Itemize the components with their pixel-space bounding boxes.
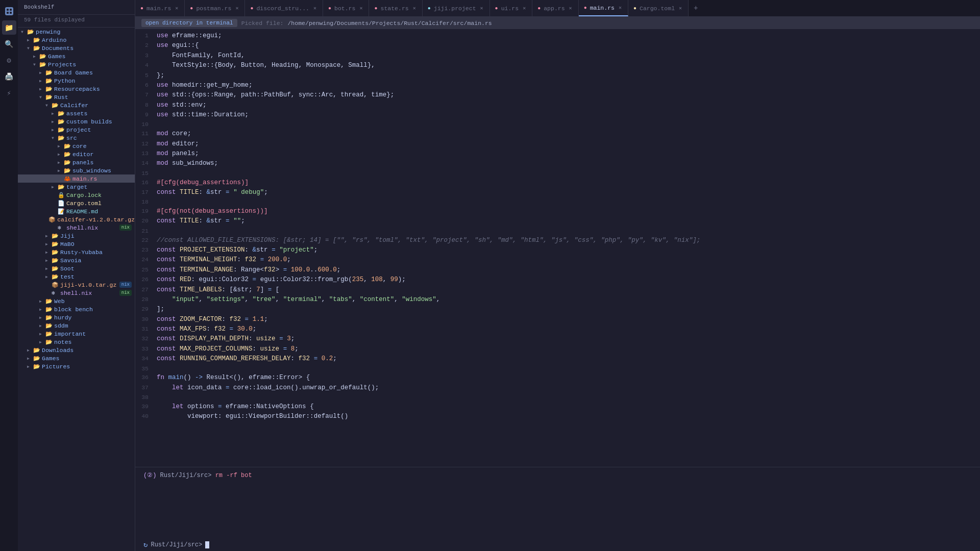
tree-item-editor[interactable]: ▶ 📂 editor	[18, 150, 135, 158]
tree-item-label: Soot	[60, 265, 75, 272]
tree-item-web[interactable]: ▶ 📂 Web	[18, 297, 135, 305]
tab-jiji-project[interactable]: ● jiji.project ✕	[423, 0, 490, 16]
tree-item-calcifer-v1.2.0.tar.gz[interactable]: 📦 calcifer-v1.2.0.tar.gz	[18, 215, 135, 223]
tree-item-rusty-yubaba[interactable]: ▶ 📂 Rusty-Yubaba	[18, 248, 135, 256]
tree-item-pictures[interactable]: ▶ 📂 Pictures	[18, 362, 135, 370]
tree-item-custom-builds[interactable]: ▶ 📂 custom builds	[18, 117, 135, 126]
tree-item-readme.md[interactable]: 📝 README.md	[18, 207, 135, 215]
tab-state-rs[interactable]: ● state.rs ✕	[369, 0, 422, 16]
tree-arrow: ▶	[33, 54, 39, 59]
tab-close-button[interactable]: ✕	[618, 4, 623, 11]
tree-item-sub_windows[interactable]: ▶ 📂 sub_windows	[18, 166, 135, 174]
line-number: 12	[135, 139, 157, 148]
tree-item-downloads[interactable]: ▶ 📂 Downloads	[18, 346, 135, 354]
tree-item-cargo.lock[interactable]: 🔒 Cargo.lock	[18, 191, 135, 199]
tab-close-button[interactable]: ✕	[174, 5, 179, 12]
tree-item-main.rs[interactable]: 🦀 main.rs	[18, 174, 135, 183]
tree-item-rust[interactable]: ▼ 📂 Rust	[18, 93, 135, 101]
tree-item-icon: 📂	[45, 322, 53, 329]
tree-item-projects[interactable]: ▼ 📂 Projects	[18, 60, 135, 68]
tree-item-calcifer[interactable]: ▼ 📂 Calcifer	[18, 101, 135, 109]
tab-main-rs-1[interactable]: ● main.rs ✕	[135, 0, 185, 16]
tree-item-python[interactable]: ▶ 📂 Python	[18, 77, 135, 85]
code-content: let icon_data = core::load_icon().unwrap…	[157, 383, 980, 393]
tree-item-arduino[interactable]: ▶ 📂 Arduino	[18, 36, 135, 44]
tree-item-label: Projects	[48, 61, 76, 68]
tree-item-icon: 📄	[58, 200, 65, 207]
tab-main-rs-2[interactable]: ● main.rs ✕	[579, 0, 628, 16]
tree-item-mabo[interactable]: ▶ 📂 MaBO	[18, 240, 135, 248]
tree-item-soot[interactable]: ▶ 📂 Soot	[18, 264, 135, 272]
tree-item-icon: 🦀	[64, 176, 71, 182]
tree-item-documents[interactable]: ▼ 📂 Documents	[18, 44, 135, 52]
file-badge: nix	[119, 290, 132, 296]
tree-item-hurdy[interactable]: ▶ 📂 hurdy	[18, 313, 135, 321]
tab-close-button[interactable]: ✕	[234, 5, 239, 12]
tree-item-important[interactable]: ▶ 📂 important	[18, 330, 135, 338]
tab-cargo-toml[interactable]: ● Cargo.toml ✕	[628, 0, 689, 16]
code-content: ];	[157, 305, 980, 314]
tree-item-target[interactable]: ▶ 📂 target	[18, 183, 135, 191]
tree-item-project[interactable]: ▶ 📂 project	[18, 126, 135, 134]
code-content: use std::env;	[157, 101, 980, 110]
tree-item-label: Documents	[42, 45, 74, 52]
tree-item-icon: 📂	[39, 53, 46, 60]
tab-close-button[interactable]: ✕	[358, 5, 363, 12]
tab-close-button[interactable]: ✕	[312, 5, 317, 12]
tree-item-icon: 📂	[52, 257, 59, 264]
tree-item-games[interactable]: ▶ 📂 Games	[18, 52, 135, 60]
tree-item-cargo.toml[interactable]: 📄 Cargo.toml	[18, 199, 135, 207]
info-bar: open directory in terminal Picked file: …	[135, 17, 980, 29]
line-number: 23	[135, 245, 157, 255]
tree-item-icon: 📂	[45, 339, 53, 345]
tree-item-board-games[interactable]: ▶ 📂 Board Games	[18, 68, 135, 77]
tree-item-icon: 📂	[45, 298, 53, 305]
tab-close-button[interactable]: ✕	[678, 5, 683, 12]
tree-item-notes[interactable]: ▶ 📂 notes	[18, 338, 135, 346]
tab-bot-rs[interactable]: ● bot.rs ✕	[323, 0, 369, 16]
tab-ui-rs[interactable]: ● ui.rs ✕	[490, 0, 533, 16]
tree-item-icon: 📂	[52, 265, 59, 272]
tree-arrow: ▶	[58, 152, 64, 157]
tree-item-icon: 📂	[45, 69, 53, 76]
tree-item-savoia[interactable]: ▶ 📂 Savoia	[18, 256, 135, 264]
tree-item-panels[interactable]: ▶ 📂 panels	[18, 158, 135, 166]
tree-item-games[interactable]: ▶ 📂 Games	[18, 354, 135, 362]
tree-item-icon: 📝	[58, 208, 65, 215]
line-number: 39	[135, 402, 157, 411]
tree-item-penwing[interactable]: ▼ 📂 penwing	[18, 28, 135, 36]
tree-item-shell.nix[interactable]: ❄️ shell.nix nix	[18, 289, 135, 297]
tree-item-jiji[interactable]: ▶ 📂 Jiji	[18, 232, 135, 240]
tab-app-rs[interactable]: ● app.rs ✕	[532, 0, 578, 16]
activity-search-icon[interactable]: 🔍	[2, 37, 16, 51]
line-number: 14	[135, 159, 157, 168]
tree-arrow: ▶	[58, 160, 64, 165]
tree-item-jiji-v1.0.tar.gz[interactable]: 📦 jiji-v1.0.tar.gz nix	[18, 281, 135, 289]
tree-item-icon: 📂	[64, 151, 71, 158]
tree-item-test[interactable]: ▶ 📂 test	[18, 272, 135, 281]
new-tab-button[interactable]: +	[689, 0, 703, 16]
activity-extensions-icon[interactable]: 🖨️	[2, 69, 16, 84]
activity-settings-icon[interactable]: ⚙️	[2, 53, 16, 67]
tab-postman-rs[interactable]: ● postman.rs ✕	[185, 0, 245, 16]
tab-close-button[interactable]: ✕	[568, 5, 573, 12]
code-content: use eframe::egui;	[157, 31, 980, 41]
tree-item-shell.nix[interactable]: ❄️ shell.nix nix	[18, 223, 135, 232]
tab-discord-stru[interactable]: ● discord_stru... ✕	[245, 0, 323, 16]
tree-item-src[interactable]: ▼ 📂 src	[18, 134, 135, 142]
tab-close-button[interactable]: ✕	[479, 5, 484, 12]
activity-extra-icon[interactable]: ⚡	[2, 86, 16, 100]
tree-item-sddm[interactable]: ▶ 📂 sddm	[18, 321, 135, 330]
tree-item-label: custom builds	[66, 118, 112, 125]
tree-item-block-bench[interactable]: ▶ 📂 block bench	[18, 305, 135, 313]
activity-files-icon[interactable]: 📁	[2, 20, 16, 35]
tree-item-assets[interactable]: ▶ 📂 assets	[18, 109, 135, 117]
code-content: TextStyle::{Body, Button, Heading, Monos…	[157, 61, 980, 70]
tree-item-core[interactable]: ▶ 📂 core	[18, 142, 135, 150]
open-terminal-button[interactable]: open directory in terminal	[141, 19, 237, 27]
tab-close-button[interactable]: ✕	[522, 5, 527, 12]
code-editor[interactable]: 1 use eframe::egui; 2 use egui::{ 3 Font…	[135, 29, 980, 467]
tree-item-resourcepacks[interactable]: ▶ 📂 Resourcepacks	[18, 85, 135, 93]
tab-close-button[interactable]: ✕	[412, 5, 417, 12]
tree-arrow: ▶	[39, 332, 45, 336]
